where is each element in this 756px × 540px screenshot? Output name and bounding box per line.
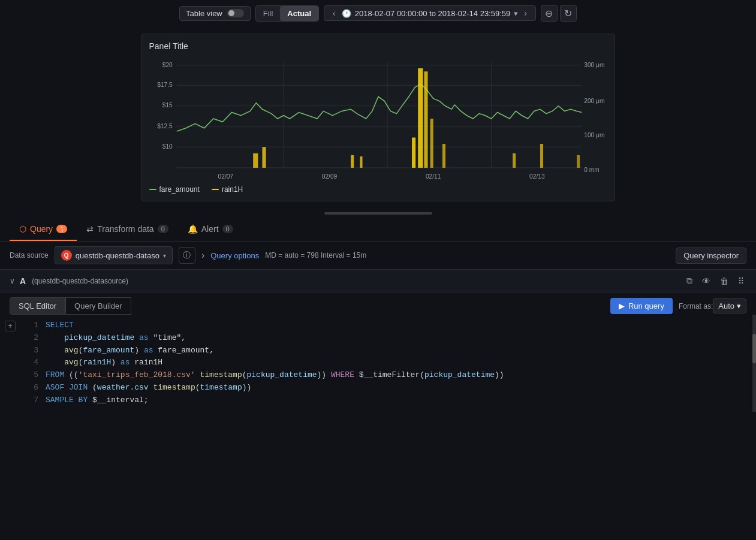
format-as-label: Format as: bbox=[679, 302, 713, 310]
query-options-button[interactable]: Query options bbox=[210, 251, 259, 260]
time-next-button[interactable]: › bbox=[522, 8, 529, 18]
code-content-7: SAMPLE BY $__interval; bbox=[46, 394, 756, 407]
drag-query-button[interactable]: ⠿ bbox=[736, 275, 746, 287]
code-line-3: 3 avg(fare_amount) as fare_amount, bbox=[0, 345, 756, 357]
toggle-visibility-button[interactable]: 👁 bbox=[700, 275, 713, 287]
chart-svg: $20 $17.5 $15 $12.5 $10 300 μm 200 μm 10… bbox=[149, 56, 607, 182]
code-line-2: 2 pickup_datetime as "time", bbox=[0, 332, 756, 345]
svg-text:300 μm: 300 μm bbox=[584, 62, 604, 68]
line-num-5: 5 bbox=[16, 369, 46, 382]
code-content-3: avg(fare_amount) as fare_amount, bbox=[46, 345, 756, 357]
legend-dot-fare bbox=[149, 189, 156, 190]
code-keyword-select: SELECT bbox=[46, 319, 756, 332]
line-num-6: 6 bbox=[16, 382, 46, 394]
scrollbar[interactable] bbox=[752, 315, 756, 412]
chart-area: $20 $17.5 $15 $12.5 $10 300 μm 200 μm 10… bbox=[149, 56, 607, 182]
tab-query-label: Query bbox=[30, 224, 53, 234]
code-editor[interactable]: + 1 SELECT 2 pickup_datetime as "time", … bbox=[0, 315, 756, 412]
line-num-2: 2 bbox=[16, 332, 46, 345]
code-line-7: 7 SAMPLE BY $__interval; bbox=[0, 394, 756, 407]
line-num-1: 1 bbox=[16, 319, 46, 332]
query-inspector-button[interactable]: Query inspector bbox=[676, 248, 746, 264]
toggle-knob bbox=[228, 10, 234, 16]
svg-text:0 mm: 0 mm bbox=[584, 167, 599, 173]
datasource-selector[interactable]: Q questdb-questdb-dataso ▾ bbox=[55, 246, 173, 264]
tab-transform-label: Transform data bbox=[97, 224, 153, 234]
code-line-6: 6 ASOF JOIN (weather.csv timestamp(times… bbox=[0, 382, 756, 394]
svg-rect-19 bbox=[262, 147, 266, 168]
query-row-header: ∨ A (questdb-questdb-datasource) ⧉ 👁 🗑 ⠿ bbox=[0, 270, 756, 292]
actual-button[interactable]: Actual bbox=[280, 6, 318, 21]
legend-label-rain: rain1H bbox=[222, 185, 243, 194]
table-view-label: Table view bbox=[186, 9, 222, 18]
query-collapse-button[interactable]: ∨ bbox=[10, 277, 15, 285]
svg-rect-22 bbox=[412, 138, 415, 168]
scrollbar-thumb bbox=[752, 334, 756, 363]
refresh-button[interactable]: ↻ bbox=[560, 5, 577, 22]
tab-alert-label: Alert bbox=[201, 224, 219, 234]
legend-dot-rain bbox=[212, 189, 219, 190]
svg-rect-18 bbox=[253, 153, 258, 168]
tabs-bar: ⬡ Query 1 ⇄ Transform data 0 🔔 Alert 0 bbox=[0, 218, 756, 242]
add-line-button[interactable]: + bbox=[5, 321, 16, 331]
drag-handle-area[interactable] bbox=[0, 209, 756, 218]
svg-rect-25 bbox=[430, 119, 433, 168]
fill-button[interactable]: Fill bbox=[256, 6, 281, 21]
code-content-2: pickup_datetime as "time", bbox=[46, 332, 756, 345]
code-line-1: + 1 SELECT bbox=[0, 319, 756, 332]
svg-rect-20 bbox=[351, 155, 354, 168]
table-view-toggle[interactable]: Table view bbox=[179, 6, 251, 21]
panel-title: Panel Title bbox=[149, 41, 607, 51]
datasource-chevron-icon: ▾ bbox=[163, 252, 166, 259]
code-content-4: avg(rain1H) as rain1H bbox=[46, 357, 756, 369]
format-select[interactable]: Auto ▾ bbox=[713, 298, 746, 313]
drag-handle bbox=[324, 212, 432, 215]
time-range-bar: ‹ 🕐 2018-02-07 00:00:00 to 2018-02-14 23… bbox=[324, 5, 536, 21]
run-query-button[interactable]: ▶ Run query bbox=[610, 298, 673, 314]
sql-editor-tab[interactable]: SQL Editor bbox=[10, 297, 65, 315]
query-letter: A bbox=[20, 276, 26, 286]
svg-text:$17.5: $17.5 bbox=[157, 82, 173, 88]
zoom-out-button[interactable]: ⊖ bbox=[541, 5, 558, 22]
svg-rect-26 bbox=[442, 144, 445, 168]
time-dropdown-chevron[interactable]: ▾ bbox=[514, 9, 518, 18]
datasource-name: questdb-questdb-dataso bbox=[76, 251, 159, 260]
query-meta: MD = auto = 798 Interval = 15m bbox=[265, 251, 670, 260]
svg-rect-24 bbox=[424, 71, 427, 168]
svg-text:$15: $15 bbox=[162, 102, 172, 108]
chart-legend: fare_amount rain1H bbox=[149, 185, 607, 194]
delete-query-button[interactable]: 🗑 bbox=[718, 275, 731, 287]
time-prev-button[interactable]: ‹ bbox=[330, 8, 338, 18]
run-query-label: Run query bbox=[628, 301, 664, 310]
info-button[interactable]: ⓘ bbox=[179, 247, 195, 264]
duplicate-query-button[interactable]: ⧉ bbox=[684, 274, 695, 287]
svg-rect-23 bbox=[418, 68, 423, 168]
tab-transform[interactable]: ⇄ Transform data 0 bbox=[77, 218, 178, 241]
tab-alert[interactable]: 🔔 Alert 0 bbox=[178, 218, 243, 241]
code-line-5: 5 FROM (('taxi_trips_feb_2018.csv' times… bbox=[0, 369, 756, 382]
legend-label-fare: fare_amount bbox=[159, 185, 200, 194]
svg-text:02/07: 02/07 bbox=[218, 173, 233, 180]
svg-text:$12.5: $12.5 bbox=[157, 123, 173, 129]
table-view-switch[interactable] bbox=[227, 9, 244, 17]
format-value: Auto bbox=[718, 301, 734, 310]
svg-rect-29 bbox=[577, 155, 580, 168]
svg-rect-28 bbox=[540, 144, 543, 168]
alert-icon: 🔔 bbox=[188, 224, 198, 234]
top-toolbar: Table view Fill Actual ‹ 🕐 2018-02-07 00… bbox=[0, 0, 756, 26]
line-num-7: 7 bbox=[16, 394, 46, 407]
svg-text:$20: $20 bbox=[162, 62, 172, 68]
legend-fare-amount: fare_amount bbox=[149, 185, 200, 194]
query-section: Data source Q questdb-questdb-dataso ▾ ⓘ… bbox=[0, 242, 756, 412]
datasource-label: Data source bbox=[10, 251, 49, 260]
zoom-controls: ⊖ ↻ bbox=[541, 5, 577, 22]
clock-icon: 🕐 bbox=[342, 9, 351, 18]
tab-query[interactable]: ⬡ Query 1 bbox=[10, 218, 77, 241]
query-icon: ⬡ bbox=[19, 224, 26, 234]
expand-button[interactable]: › bbox=[201, 250, 204, 261]
svg-text:$10: $10 bbox=[162, 143, 172, 150]
query-datasource-note: (questdb-questdb-datasource) bbox=[32, 277, 684, 285]
editor-tabs-row: SQL Editor Query Builder ▶ Run query For… bbox=[0, 292, 756, 315]
query-builder-tab[interactable]: Query Builder bbox=[65, 297, 131, 315]
svg-text:200 μm: 200 μm bbox=[584, 98, 604, 104]
